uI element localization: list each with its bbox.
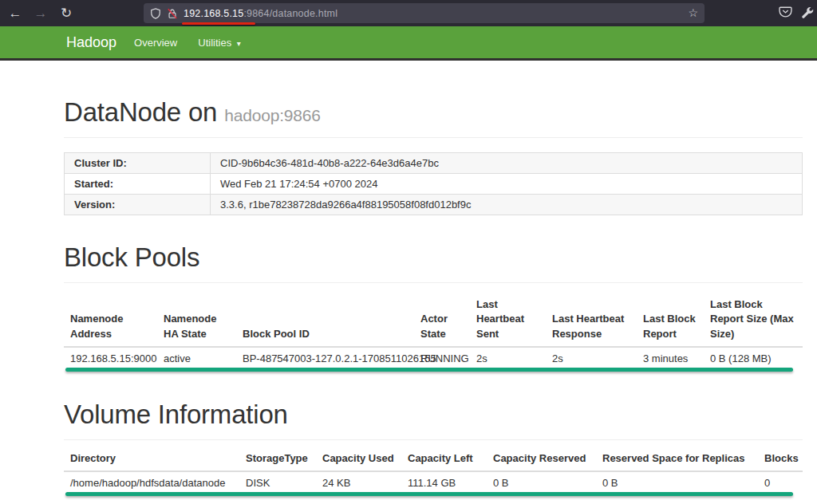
wrench-icon[interactable] [801, 5, 815, 22]
page-content: DataNode on hadoop:9866 Cluster ID:CID-9… [64, 97, 803, 495]
table-header-cell: StorageType [239, 447, 316, 471]
url-underline-annotation [182, 22, 255, 25]
page-title-text: DataNode on [64, 97, 217, 127]
row-label: Version: [65, 195, 211, 215]
block-pools-section: Namenode AddressNamenode HA StateBlock P… [64, 293, 803, 371]
bookmark-star-icon[interactable]: ☆ [688, 3, 698, 23]
forward-button[interactable]: → [30, 0, 51, 26]
table-header-cell: Last Block Report [637, 293, 704, 347]
row-label: Cluster ID: [65, 153, 211, 174]
node-summary: Cluster ID:CID-9b6b4c36-481d-40b8-a222-6… [64, 152, 803, 215]
page-header: DataNode on hadoop:9866 [64, 97, 803, 138]
table-row: Cluster ID:CID-9b6b4c36-481d-40b8-a222-6… [65, 153, 803, 174]
volume-info-heading: Volume Information [64, 400, 803, 430]
block-pools-heading: Block Pools [64, 242, 803, 273]
browser-toolbar: ← → ↻ 192.168.5.15:9864/datanode.html ☆ [0, 0, 817, 26]
back-button[interactable]: ← [5, 0, 26, 26]
table-header-cell: Blocks [758, 447, 803, 471]
volume-info-table: DirectoryStorageTypeCapacity UsedCapacit… [64, 447, 803, 495]
volume-info-section: DirectoryStorageTypeCapacity UsedCapacit… [64, 447, 803, 495]
nav-utilities-label: Utilities [198, 37, 231, 49]
table-cell: 3.3.6, r1be78238728da9266a4f88195058f08f… [211, 195, 803, 215]
table-header-cell: Capacity Left [401, 447, 487, 471]
nav-utilities-dropdown[interactable]: Utilities ▾ [193, 33, 246, 52]
table-cell: Wed Feb 21 17:24:54 +0700 2024 [211, 174, 803, 195]
row-highlight-annotation [65, 492, 793, 496]
url-text: 192.168.5.15:9864/datanode.html [184, 8, 337, 19]
insecure-lock-icon[interactable] [167, 8, 178, 19]
chevron-down-icon: ▾ [237, 39, 241, 48]
pocket-icon[interactable] [779, 5, 792, 22]
table-header-cell: Namenode Address [64, 293, 157, 347]
table-header-cell: Namenode HA State [157, 293, 236, 347]
table-header-row: Namenode AddressNamenode HA StateBlock P… [64, 293, 803, 347]
table-row: Version:3.3.6, r1be78238728da9266a4f8819… [65, 195, 803, 215]
address-bar[interactable]: 192.168.5.15:9864/datanode.html ☆ [144, 3, 705, 23]
url-path: :9864/datanode.html [243, 8, 337, 19]
table-header-cell: Last Block Report Size (Max Size) [704, 293, 803, 347]
url-host: 192.168.5.15 [184, 8, 243, 19]
page-subtitle: hadoop:9866 [224, 106, 320, 124]
row-label: Started: [65, 174, 211, 195]
table-header-cell: Last Heartbeat Response [546, 293, 637, 347]
hadoop-navbar: Hadoop Overview Utilities ▾ [0, 26, 817, 61]
block-pools-header: Block Pools [64, 242, 803, 283]
table-row: Started:Wed Feb 21 17:24:54 +0700 2024 [65, 174, 803, 195]
table-header-cell: Capacity Used [316, 447, 401, 471]
tracking-shield-icon[interactable] [150, 8, 161, 19]
table-header-cell: Directory [64, 447, 239, 471]
table-cell: CID-9b6b4c36-481d-40b8-a222-64e3d6a4e7bc [211, 153, 803, 174]
table-header-row: DirectoryStorageTypeCapacity UsedCapacit… [64, 447, 803, 471]
summary-table: Cluster ID:CID-9b6b4c36-481d-40b8-a222-6… [64, 152, 803, 215]
row-highlight-annotation [65, 368, 793, 372]
volume-info-header: Volume Information [64, 400, 803, 440]
block-pools-table: Namenode AddressNamenode HA StateBlock P… [64, 293, 803, 371]
hadoop-brand-link[interactable]: Hadoop [66, 34, 116, 51]
page-title: DataNode on hadoop:9866 [64, 97, 803, 128]
table-header-cell: Last Heartbeat Sent [470, 293, 546, 347]
table-header-cell: Actor State [414, 293, 470, 347]
nav-overview[interactable]: Overview [129, 33, 182, 52]
table-header-cell: Reserved Space for Replicas [596, 447, 758, 471]
table-header-cell: Capacity Reserved [487, 447, 596, 471]
reload-button[interactable]: ↻ [56, 0, 77, 26]
table-header-cell: Block Pool ID [236, 293, 414, 347]
